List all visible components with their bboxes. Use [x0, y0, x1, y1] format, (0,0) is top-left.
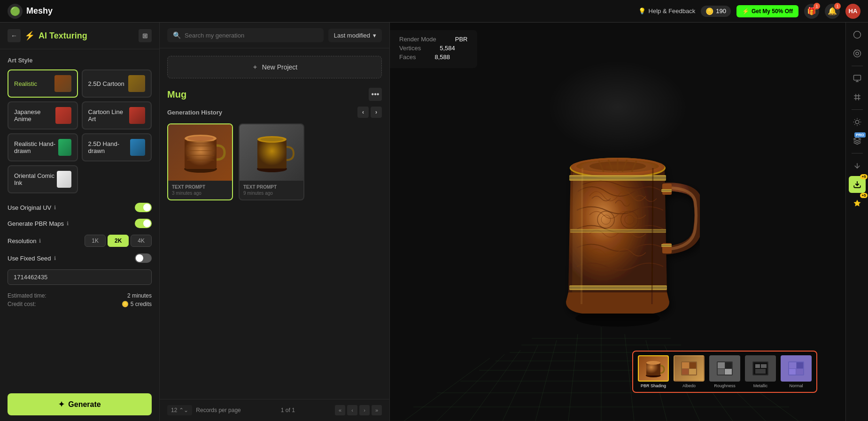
generate-pbr-row: Generate PBR Maps ℹ [8, 219, 152, 228]
generate-button[interactable]: ✦ Generate [8, 393, 152, 415]
texture-albedo[interactable]: Albedo [673, 355, 705, 388]
art-style-2dhanddrawn-label: 2.5D Hand-drawn [88, 140, 131, 154]
sidebar-title-text: AI Texturing [39, 31, 87, 41]
art-style-2d-cartoon[interactable]: 2.5D Cartoon [82, 69, 152, 98]
gift-button[interactable]: 🎁 1 [804, 4, 819, 19]
art-style-oriental-label: Oriental Comic Ink [14, 172, 57, 186]
credit-coin-icon: 🪙 [122, 301, 129, 307]
promo-button[interactable]: ⚡ Get My 50% Off [736, 5, 798, 17]
art-style-oriental-comic[interactable]: Oriental Comic Ink [8, 165, 78, 193]
search-input[interactable] [185, 32, 318, 39]
art-style-cartoon-lineart[interactable]: Cartoon Line Art [82, 101, 152, 130]
promo-label: Get My 50% Off [752, 8, 793, 15]
help-button[interactable]: 💡 Help & Feedback [638, 8, 696, 15]
svg-rect-4 [187, 141, 214, 142]
svg-rect-63 [689, 369, 696, 375]
seed-info-icon[interactable]: ℹ [54, 255, 56, 261]
svg-rect-67 [718, 369, 724, 375]
use-fixed-seed-toggle[interactable] [135, 253, 152, 263]
texture-albedo-label: Albedo [682, 383, 696, 388]
back-icon: ← [11, 32, 17, 39]
svg-rect-50 [661, 189, 672, 192]
texture-albedo-thumb [674, 355, 705, 382]
toolbar-orbit-button[interactable] [849, 45, 866, 62]
vertices-row: Vertices 5,584 [399, 45, 468, 52]
new-project-button[interactable]: ＋ New Project [167, 56, 382, 78]
download-badge: +5 [860, 174, 867, 179]
page-first-button[interactable]: « [335, 405, 345, 415]
toolbar-light-button[interactable] [849, 114, 866, 130]
gen-prev-button[interactable]: ‹ [357, 107, 369, 118]
notification-button[interactable]: 🔔 1 [825, 4, 840, 19]
art-style-japanese-anime[interactable]: Japanese Anime [8, 101, 78, 130]
coin-icon: 🪙 [705, 8, 713, 15]
texture-metallic[interactable]: Metallic [744, 355, 777, 388]
resolution-row: Resolution ℹ 1K 2K 4K [8, 235, 152, 247]
viewport-info-overlay: Render Mode PBR Vertices 5,584 Faces 8,5… [390, 30, 477, 68]
per-page-selector[interactable]: 12 ⌃⌄ [167, 405, 192, 415]
page-prev-button[interactable]: ‹ [347, 405, 357, 415]
svg-rect-61 [690, 362, 696, 368]
resolution-4k[interactable]: 4K [131, 235, 152, 247]
resolution-1k[interactable]: 1K [85, 235, 106, 247]
more-options-button[interactable]: ••• [369, 88, 382, 101]
new-project-label: New Project [262, 63, 297, 71]
art-style-realistic[interactable]: Realistic [8, 69, 78, 98]
resolution-info-icon[interactable]: ℹ [39, 238, 41, 244]
svg-line-28 [404, 358, 490, 421]
use-original-uv-toggle[interactable] [135, 203, 152, 212]
texture-pbr[interactable]: PBR Shading [637, 355, 670, 388]
center-content: ＋ New Project Mug ••• Generation History… [160, 48, 389, 399]
coin-balance[interactable]: 🪙 190 [701, 6, 731, 17]
svg-line-25 [503, 345, 538, 421]
layout-icon: ⊞ [142, 32, 148, 39]
sidebar-header: ← ⚡ AI Texturing ⊞ [0, 23, 159, 49]
svg-rect-5 [187, 145, 214, 146]
records-per-page-label: Records per page [196, 407, 240, 413]
center-panel: 🔍 Last modified ▾ ＋ New Project Mug ••• … [160, 23, 390, 421]
page-last-button[interactable]: » [372, 405, 382, 415]
svg-rect-7 [187, 155, 214, 156]
resolution-2k[interactable]: 2K [108, 235, 129, 247]
generation-card-1[interactable]: TEXT PROMPT 3 minutes ago [167, 123, 233, 200]
gen-next-button[interactable]: › [371, 107, 382, 118]
logo[interactable]: 🟢 Meshy [8, 4, 53, 19]
mug-svg [535, 116, 700, 328]
svg-point-89 [855, 120, 859, 124]
svg-point-58 [646, 361, 660, 365]
generation-card-1-info: TEXT PROMPT 3 minutes ago [168, 181, 232, 199]
texture-normal[interactable]: Normal [780, 355, 813, 388]
toolbar-anchor-button[interactable] [849, 157, 866, 174]
art-style-2d-handdrawn[interactable]: 2.5D Hand-drawn [82, 133, 152, 161]
avatar-initials: HA [849, 8, 858, 15]
svg-line-26 [470, 350, 520, 421]
toolbar-rotate-button[interactable] [849, 26, 866, 43]
layout-button[interactable]: ⊞ [139, 29, 152, 42]
svg-marker-100 [853, 200, 860, 207]
3d-viewport[interactable]: Render Mode PBR Vertices 5,584 Faces 8,5… [390, 23, 845, 421]
mug-thumbnail-1 [168, 124, 233, 181]
per-page-value: 12 [171, 407, 177, 413]
art-style-realistic-handdrawn[interactable]: Realistic Hand-drawn [8, 133, 78, 161]
page-next-button[interactable]: › [359, 405, 370, 415]
uv-info-icon[interactable]: ℹ [54, 205, 56, 211]
toolbar-grid-button[interactable] [849, 89, 866, 106]
art-style-realistic-image [54, 75, 71, 92]
credit-cost-val: 🪙 5 credits [122, 301, 152, 307]
generate-pbr-toggle[interactable] [135, 219, 152, 228]
sort-button[interactable]: Last modified ▾ [328, 29, 382, 42]
estimated-time-val: 2 minutes [127, 292, 152, 299]
seed-input[interactable] [8, 269, 152, 285]
art-style-cartoon-image [128, 75, 145, 92]
pbr-info-icon[interactable]: ℹ [67, 221, 69, 227]
pro-badge: PRO [854, 132, 865, 138]
texture-roughness[interactable]: Roughness [708, 355, 741, 388]
toolbar-monitor-button[interactable] [849, 70, 866, 87]
nav-left: 🟢 Meshy [8, 4, 53, 19]
svg-rect-1 [185, 138, 217, 169]
avatar[interactable]: HA [845, 4, 860, 19]
generation-card-2[interactable]: TEXT PROMPT 9 minutes ago [239, 123, 304, 200]
back-button[interactable]: ← [8, 29, 21, 42]
svg-line-97 [859, 119, 860, 120]
generation-card-2-info: TEXT PROMPT 9 minutes ago [240, 181, 303, 199]
